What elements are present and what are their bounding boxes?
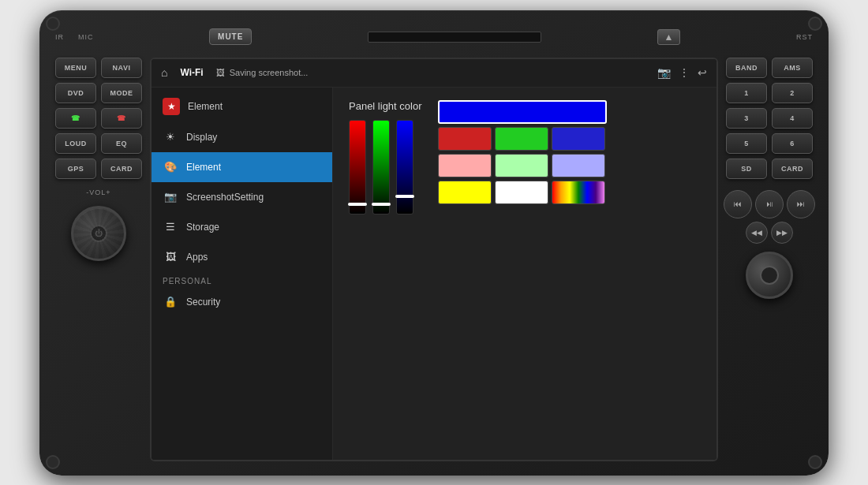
loud-button[interactable]: LOUD [55, 133, 96, 154]
top-bar: IR MIC MUTE ▲ RST [55, 24, 813, 50]
camera-icon[interactable]: 📷 [657, 66, 671, 79]
mute-button[interactable]: MUTE [209, 28, 252, 45]
preset-6-button[interactable]: 6 [772, 133, 813, 154]
main-area: MENU NAVI DVD MODE ☎ ☎ LOUD EQ GPS CARD … [55, 58, 813, 461]
eject-button[interactable]: ▲ [657, 29, 681, 45]
swatch-rainbow[interactable] [552, 181, 605, 204]
swatch-yellow[interactable] [438, 181, 492, 204]
swatch-dark-blue[interactable] [552, 127, 605, 151]
play-pause-button[interactable]: ⏯ [755, 190, 784, 218]
menu-label-apps: Apps [186, 252, 208, 263]
red-slider-handle [348, 203, 367, 206]
swatch-pink[interactable] [438, 154, 492, 177]
skip-back-button[interactable]: ⏮ [724, 190, 752, 218]
media-controls: ⏮ ⏯ ⏭ ◀◀ ▶▶ [726, 190, 813, 304]
display-icon: ☀ [163, 129, 178, 145]
swatch-lavender[interactable] [552, 154, 605, 177]
corner-mount-tl [46, 17, 60, 31]
navi-button[interactable]: NAVI [101, 58, 142, 78]
menu-label-security: Security [186, 297, 220, 308]
preset-1-button[interactable]: 1 [726, 83, 767, 103]
screen-header: ⌂ Wi-Fi 🖼 Saving screenshot... 📷 ⋮ ↩ [152, 59, 716, 88]
mic-label: MIC [78, 33, 94, 41]
wifi-label: Wi-Fi [180, 67, 203, 78]
swatch-row-3 [438, 154, 607, 177]
settings-menu: ★ Element ☀ Display 🎨 Element 📷 [152, 88, 333, 460]
band-button[interactable]: BAND [726, 58, 767, 78]
screenshot-notice: 🖼 Saving screenshot... [216, 68, 309, 77]
card-button-right[interactable]: CARD [772, 159, 813, 179]
card-button-left[interactable]: CARD [101, 159, 142, 179]
left-panel: MENU NAVI DVD MODE ☎ ☎ LOUD EQ GPS CARD … [55, 58, 142, 461]
screenshot-icon: 🖼 [216, 68, 225, 77]
swatch-light-green[interactable] [495, 154, 548, 177]
gps-button[interactable]: GPS [55, 159, 96, 179]
preset-2-button[interactable]: 2 [772, 83, 813, 103]
settings-content: Panel light color [333, 88, 716, 460]
menu-label-display: Display [186, 132, 217, 143]
swatch-red[interactable] [438, 127, 492, 151]
panel-light-title: Panel light color [349, 100, 422, 112]
blue-slider[interactable] [396, 120, 413, 215]
cd-slot [368, 32, 541, 43]
right-panel: BAND AMS 1 2 3 4 5 6 SD CARD ⏮ [726, 58, 813, 461]
rewind-button[interactable]: ◀◀ [746, 222, 768, 244]
menu-label-storage: Storage [186, 222, 219, 233]
screen-container: ⌂ Wi-Fi 🖼 Saving screenshot... 📷 ⋮ ↩ [150, 58, 718, 461]
apps-icon: 🖼 [163, 249, 178, 265]
overflow-menu-icon[interactable]: ⋮ [679, 66, 690, 79]
preset-3-4-row: 3 4 [726, 108, 813, 129]
element-red-icon: ★ [163, 98, 180, 115]
menu-button[interactable]: MENU [55, 58, 96, 78]
green-slider[interactable] [372, 120, 390, 215]
home-icon[interactable]: ⌂ [161, 66, 167, 79]
menu-item-apps[interactable]: 🖼 Apps [152, 242, 332, 272]
dvd-mode-row: DVD MODE [55, 83, 142, 103]
media-row-2: ◀◀ ▶▶ [746, 222, 793, 244]
rst-label: RST [796, 33, 813, 41]
screen-body: ★ Element ☀ Display 🎨 Element 📷 [152, 88, 716, 460]
swatch-row-1 [438, 100, 607, 124]
swatch-blue-selected[interactable] [438, 100, 607, 124]
skip-forward-button[interactable]: ⏭ [787, 190, 815, 218]
dvd-button[interactable]: DVD [55, 83, 96, 103]
swatch-row-4 [438, 181, 607, 204]
preset-3-button[interactable]: 3 [726, 108, 767, 129]
mode-button[interactable]: MODE [101, 83, 142, 103]
swatch-row-2 [438, 127, 607, 151]
preset-4-button[interactable]: 4 [772, 108, 813, 129]
preset-5-6-row: 5 6 [726, 133, 813, 154]
color-swatches [438, 100, 607, 204]
menu-item-element-active[interactable]: 🎨 Element [152, 152, 332, 182]
menu-item-storage[interactable]: ☰ Storage [152, 212, 332, 242]
band-ams-row: BAND AMS [726, 58, 813, 78]
back-icon[interactable]: ↩ [698, 66, 707, 79]
loud-eq-row: LOUD EQ [55, 133, 142, 154]
blue-slider-handle [395, 195, 414, 198]
menu-navi-row: MENU NAVI [55, 58, 142, 78]
call-accept-button[interactable]: ☎ [55, 108, 96, 129]
sd-card-row: SD CARD [726, 159, 813, 179]
swatch-white[interactable] [495, 181, 548, 204]
menu-item-display[interactable]: ☀ Display [152, 122, 332, 152]
red-slider[interactable] [349, 120, 366, 215]
fast-forward-button[interactable]: ▶▶ [771, 222, 793, 244]
menu-item-security[interactable]: 🔒 Security [152, 287, 332, 317]
nav-knob[interactable] [746, 252, 793, 299]
volume-knob[interactable]: ⏻ [71, 206, 126, 261]
swatch-green[interactable] [495, 127, 548, 151]
preset-5-button[interactable]: 5 [726, 133, 767, 154]
call-end-button[interactable]: ☎ [101, 108, 142, 129]
color-sliders [349, 120, 422, 215]
screenshot-text: Saving screenshot... [230, 68, 309, 77]
top-labels: IR MIC [55, 33, 94, 41]
ams-button[interactable]: AMS [772, 58, 813, 78]
corner-mount-bl [46, 455, 60, 469]
nav-knob-center [760, 266, 779, 285]
sd-button[interactable]: SD [726, 159, 767, 179]
eq-button[interactable]: EQ [101, 133, 142, 154]
menu-item-element-top[interactable]: ★ Element [152, 91, 332, 122]
sliders-area: Panel light color [349, 100, 422, 215]
menu-item-screenshot[interactable]: 📷 ScreenshotSetting [152, 182, 332, 212]
personal-label: PERSONAL [163, 277, 211, 285]
